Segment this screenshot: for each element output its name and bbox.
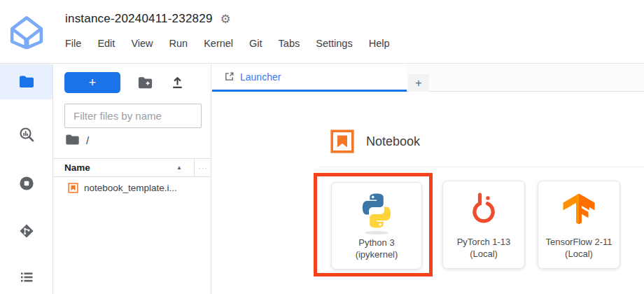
menu-settings[interactable]: Settings <box>316 38 352 49</box>
python-logo-icon <box>356 190 397 234</box>
header: instance-20240411-232829 ⚙ File Edit Vie… <box>0 0 644 64</box>
workbench-logo-icon <box>9 13 44 52</box>
sidebar-item-git[interactable] <box>0 214 52 248</box>
launcher-icon <box>224 71 234 82</box>
settings-gear-icon[interactable]: ⚙ <box>220 13 231 25</box>
menu-kernel[interactable]: Kernel <box>204 38 233 49</box>
notebook-section-title: Notebook <box>366 134 420 149</box>
upload-icon <box>169 75 186 91</box>
window-title: instance-20240411-232829 <box>65 12 213 26</box>
card-subtitle: (Local) <box>457 248 511 260</box>
card-title: PyTorch 1-13 <box>457 236 511 248</box>
menu-run[interactable]: Run <box>169 38 188 49</box>
root-folder-icon[interactable] <box>65 134 80 146</box>
menu-help[interactable]: Help <box>369 38 390 49</box>
launcher-card-pytorch[interactable]: PyTorch 1-13 (Local) <box>442 181 525 269</box>
tab-launcher[interactable]: Launcher <box>212 64 407 92</box>
card-subtitle: (ipykernel) <box>356 248 398 260</box>
card-subtitle: (Local) <box>545 248 612 260</box>
breadcrumb: / <box>65 134 89 146</box>
more-columns-indicator: ··· <box>195 164 211 172</box>
card-title: TensorFlow 2-11 <box>545 236 612 248</box>
tensorflow-logo-icon <box>560 189 598 232</box>
menu-git[interactable]: Git <box>249 38 262 49</box>
folder-icon <box>18 74 35 90</box>
sort-ascending-icon: ▲ <box>176 164 182 171</box>
section-divider <box>318 167 644 167</box>
menubar: File Edit View Run Kernel Git Tabs Setti… <box>65 38 389 49</box>
jupyterlab-window: instance-20240411-232829 ⚙ File Edit Vie… <box>0 0 644 294</box>
pytorch-logo-icon <box>464 189 503 232</box>
stop-circle-icon <box>18 175 35 192</box>
launcher-card-tensorflow[interactable]: TensorFlow 2-11 (Local) <box>538 181 620 269</box>
breadcrumb-root[interactable]: / <box>86 134 89 146</box>
name-column-header[interactable]: Name <box>64 162 90 173</box>
file-browser-panel: + <box>53 64 211 294</box>
sidebar-item-usage[interactable] <box>0 117 52 152</box>
menu-tabs[interactable]: Tabs <box>279 38 300 49</box>
file-list-header[interactable]: Name ▲ ··· <box>53 158 211 177</box>
activity-bar <box>0 64 53 294</box>
filter-files-box <box>64 104 202 128</box>
sidebar-item-running-kernels[interactable] <box>0 166 52 201</box>
sidebar-item-table-of-contents[interactable] <box>0 260 52 294</box>
file-name: notebook_template.i... <box>84 183 177 193</box>
git-icon <box>18 223 35 239</box>
new-folder-button[interactable] <box>137 75 153 94</box>
upload-button[interactable] <box>169 75 186 94</box>
menu-file[interactable]: File <box>65 38 81 49</box>
filter-files-input[interactable] <box>65 110 216 122</box>
usage-magnifier-icon <box>18 126 35 143</box>
sidebar-item-file-browser[interactable] <box>0 64 52 99</box>
tab-launcher-label: Launcher <box>240 71 281 83</box>
tab-bar: Launcher + <box>211 64 644 92</box>
menu-view[interactable]: View <box>131 38 153 49</box>
list-icon <box>18 269 35 286</box>
new-launcher-button[interactable]: + <box>64 72 120 93</box>
main-area: Launcher + Notebook <box>211 64 644 294</box>
launcher-card-python3[interactable]: Python 3 (ipykernel) <box>331 182 422 270</box>
notebook-file-icon <box>68 183 78 193</box>
new-tab-button[interactable]: + <box>408 74 429 92</box>
file-row-notebook-template[interactable]: notebook_template.i... <box>53 178 211 197</box>
menu-edit[interactable]: Edit <box>97 38 115 49</box>
card-title: Python 3 <box>356 237 398 248</box>
notebook-section-icon <box>330 130 354 153</box>
notebook-section-header: Notebook <box>330 130 420 153</box>
new-folder-icon <box>137 75 153 91</box>
logo-shadow <box>365 231 388 234</box>
